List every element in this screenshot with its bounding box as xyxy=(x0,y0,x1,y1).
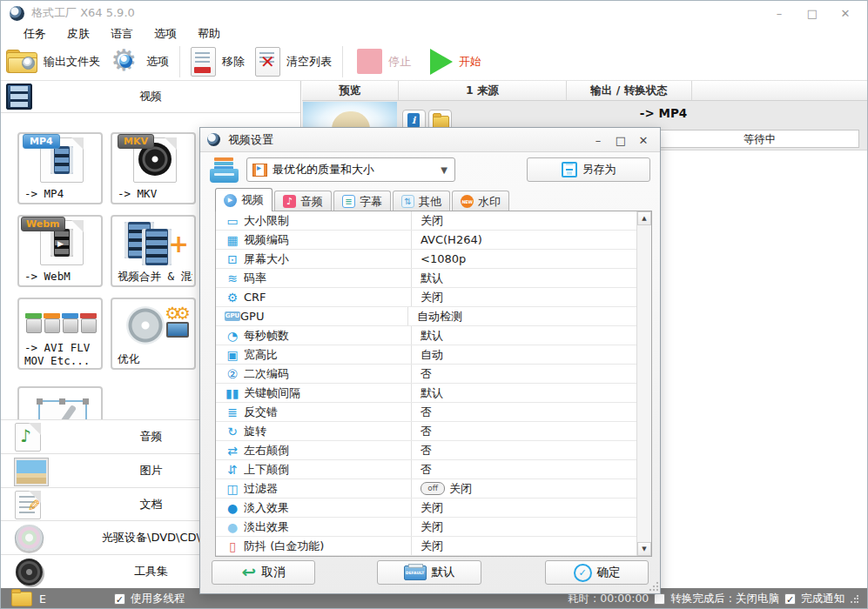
menu-item[interactable]: 帮助 xyxy=(187,26,231,42)
chip-icon: ▦ xyxy=(221,233,244,247)
setting-value[interactable]: 关闭 xyxy=(411,499,651,517)
setting-row[interactable]: ⇵上下颠倒否 xyxy=(216,460,651,479)
setting-value[interactable]: 自动 xyxy=(411,345,651,364)
stop-button[interactable]: 停止 xyxy=(357,49,411,74)
setting-row[interactable]: ◔每秒帧数默认 xyxy=(216,326,651,345)
format-tile-label: 优化 xyxy=(118,352,192,365)
menu-item[interactable]: 任务 xyxy=(13,26,57,42)
setting-row[interactable]: ●淡入效果关闭 xyxy=(216,499,651,518)
dialog-maximize-button[interactable]: □ xyxy=(609,134,632,147)
cancel-button[interactable]: ↩ 取消 xyxy=(212,560,315,585)
setting-row[interactable]: ▯防抖 (白金功能)关闭 xyxy=(216,537,651,556)
setting-value[interactable]: 默认 xyxy=(411,384,651,402)
setting-value[interactable]: 否 xyxy=(411,365,651,383)
statusbar-resize-grip[interactable] xyxy=(850,595,858,604)
dialog-resize-grip[interactable] xyxy=(648,581,658,592)
setting-value[interactable]: <1080p xyxy=(411,250,651,268)
setting-value[interactable]: 关闭 xyxy=(411,288,651,306)
setting-value[interactable]: 关闭 xyxy=(411,518,651,536)
video-section-label: 视频 xyxy=(1,81,300,112)
deinterlace-icon: ≣ xyxy=(221,405,244,419)
setting-value-text: 默认 xyxy=(421,328,443,344)
setting-row[interactable]: ▭大小限制关闭 xyxy=(216,211,651,231)
multithread-toggle[interactable]: ✓ 使用多线程 xyxy=(114,592,185,606)
dialog-close-button[interactable]: ✕ xyxy=(632,134,655,147)
column-preview[interactable]: 预览 xyxy=(302,81,399,100)
tab-video[interactable]: ▶视频 xyxy=(215,188,273,211)
setting-value[interactable]: 默认 xyxy=(411,326,651,345)
tab-watermark[interactable]: NEW水印 xyxy=(452,191,509,211)
setting-value-text: 默认 xyxy=(421,385,443,401)
setting-row[interactable]: ≋码率默认 xyxy=(216,269,651,288)
profile-select[interactable]: 最优化的质量和大小 ▼ xyxy=(246,157,455,182)
tab-subtitle[interactable]: ≡字幕 xyxy=(333,191,391,211)
setting-row[interactable]: ▦视频编码AVC(H264) xyxy=(216,231,651,250)
format-tile[interactable]: -> AVI FLV MOV Etc... xyxy=(17,298,103,370)
close-button[interactable]: ✕ xyxy=(829,7,862,20)
scroll-down-button[interactable]: ▼ xyxy=(637,542,651,556)
minimize-button[interactable]: – xyxy=(763,7,796,20)
format-tile[interactable]: MP4-> MP4 xyxy=(17,132,103,204)
output-folder-button[interactable]: 输出文件夹 xyxy=(6,50,100,73)
video-settings-dialog: 视频设置 – □ ✕ 最优化的质量和大小 ▼ 另存为 ▶视频♪音频≡字幕⇅其他N… xyxy=(199,127,661,594)
scroll-up-button[interactable]: ▲ xyxy=(637,211,651,225)
settings-rows: ▭大小限制关闭▦视频编码AVC(H264)⊡屏幕大小<1080p≋码率默认⚙CR… xyxy=(216,211,651,556)
setting-row[interactable]: ◫过滤器off关闭 xyxy=(216,479,651,499)
shutdown-checkbox[interactable] xyxy=(654,593,665,605)
setting-value[interactable]: AVC(H264) xyxy=(411,231,651,249)
drive-folder-icon[interactable] xyxy=(11,592,32,606)
menu-item[interactable]: 语言 xyxy=(100,26,144,42)
format-tile[interactable]: ▶Webm-> WebM xyxy=(17,215,103,287)
save-as-button[interactable]: 另存为 xyxy=(527,157,650,182)
setting-value[interactable]: 否 xyxy=(411,422,651,440)
setting-row[interactable]: ⚙CRF关闭 xyxy=(216,288,651,307)
video-tab-icon: ▶ xyxy=(224,194,237,207)
setting-row[interactable]: ②二次编码否 xyxy=(216,365,651,384)
default-button[interactable]: DEFAULT 默认 xyxy=(377,560,481,585)
tab-audio[interactable]: ♪音频 xyxy=(274,191,332,211)
maximize-button[interactable]: □ xyxy=(796,7,829,20)
format-tile[interactable]: ⚙⚙优化 xyxy=(111,298,196,370)
setting-value[interactable]: 否 xyxy=(411,441,651,459)
notify-checkbox[interactable]: ✓ xyxy=(784,593,796,605)
setting-value[interactable]: 否 xyxy=(411,403,651,421)
scrollbar[interactable]: ▲ ▼ xyxy=(636,211,651,556)
setting-value[interactable]: off关闭 xyxy=(411,479,651,498)
setting-value[interactable]: 自动检测 xyxy=(407,307,651,325)
setting-row[interactable]: ≣反交错否 xyxy=(216,403,651,422)
setting-label: 屏幕大小 xyxy=(244,251,411,267)
column-output-state[interactable]: 输出 / 转换状态 xyxy=(567,81,692,100)
setting-row[interactable]: ↻旋转否 xyxy=(216,422,651,441)
setting-row[interactable]: ▮▮关键帧间隔默认 xyxy=(216,384,651,403)
clear-list-button[interactable]: ✕ 清空列表 xyxy=(255,47,332,77)
setting-value[interactable]: 关闭 xyxy=(411,537,651,555)
task-output-format: -> MP4 xyxy=(611,106,716,120)
setting-row[interactable]: ▣宽高比自动 xyxy=(216,345,651,365)
column-source[interactable]: 1 来源 xyxy=(399,81,567,100)
tab-other[interactable]: ⇅其他 xyxy=(393,191,450,211)
dialog-app-icon xyxy=(207,133,220,146)
format-tile[interactable]: MKV-> MKV xyxy=(111,132,196,204)
setting-value[interactable]: 关闭 xyxy=(411,211,651,230)
dialog-title-bar[interactable]: 视频设置 – □ ✕ xyxy=(200,128,660,152)
video-section-header[interactable]: 视频 xyxy=(1,81,300,113)
start-button[interactable]: 开始 xyxy=(430,49,481,75)
remove-button[interactable]: 移除 xyxy=(191,47,245,77)
multithread-checkbox[interactable]: ✓ xyxy=(114,593,125,605)
setting-value-text: 关闭 xyxy=(421,500,443,516)
menu-item[interactable]: 选项 xyxy=(144,26,187,42)
menu-item[interactable]: 皮肤 xyxy=(57,26,100,42)
setting-row[interactable]: ⇄左右颠倒否 xyxy=(216,441,651,460)
setting-row[interactable]: ⊡屏幕大小<1080p xyxy=(216,250,651,269)
ok-button[interactable]: ✓ 确定 xyxy=(545,560,649,585)
setting-label: 左右颠倒 xyxy=(244,443,411,458)
options-button[interactable]: ⚙ 选项 xyxy=(111,47,169,77)
dialog-minimize-button[interactable]: – xyxy=(587,134,609,147)
format-tile[interactable]: +视频合并 & 混流 xyxy=(111,215,196,287)
format-tile[interactable] xyxy=(17,386,103,419)
setting-row[interactable]: ●淡出效果关闭 xyxy=(216,518,651,537)
setting-value[interactable]: 默认 xyxy=(411,269,651,287)
setting-value[interactable]: 否 xyxy=(411,460,651,478)
setting-value-text: 关闭 xyxy=(421,290,443,305)
setting-row[interactable]: GPUGPU自动检测 xyxy=(216,307,651,326)
